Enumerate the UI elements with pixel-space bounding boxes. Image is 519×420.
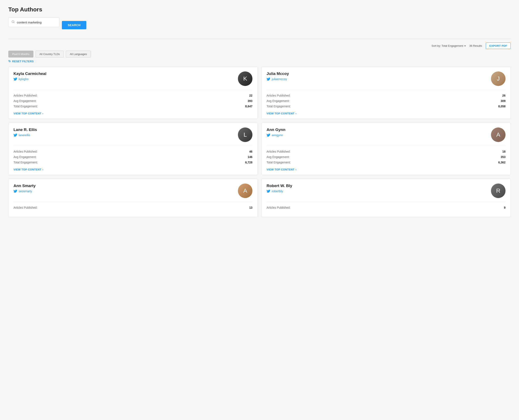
view-top-content-button[interactable]: VIEW TOP CONTENT › xyxy=(14,168,43,171)
filter-time-button[interactable]: Past 6 Months xyxy=(8,51,33,58)
avatar: R xyxy=(491,184,505,198)
stats-section: Articles Published: 26 Avg Engagement: 3… xyxy=(267,90,505,109)
view-top-content-button[interactable]: VIEW TOP CONTENT › xyxy=(267,112,296,115)
twitter-icon xyxy=(14,189,17,193)
total-engagement-value: 6,362 xyxy=(498,161,505,164)
articles-value: 26 xyxy=(502,94,505,97)
filter-language-button[interactable]: All Languages xyxy=(66,51,91,58)
card-header: Kayla Carmicheal kylvghn K xyxy=(14,71,252,86)
avg-engagement-value: 146 xyxy=(248,155,252,159)
card-header: Robert W. Bly robertbly R xyxy=(267,184,505,198)
twitter-row: juliaemccoy xyxy=(267,77,491,81)
twitter-icon xyxy=(267,189,270,193)
author-info: Kayla Carmicheal kylvghn xyxy=(14,71,238,81)
stat-articles: Articles Published: 18 xyxy=(267,149,505,154)
total-engagement-label: Total Engagement: xyxy=(14,161,38,164)
reset-icon: ↻ xyxy=(8,60,11,63)
total-engagement-label: Total Engagement: xyxy=(14,105,38,108)
search-input[interactable] xyxy=(17,21,56,24)
filter-country-button[interactable]: All Country TLDs xyxy=(36,51,64,58)
articles-value: 18 xyxy=(502,150,505,153)
stat-total: Total Engagement: 6,728 xyxy=(14,160,252,165)
articles-value: 13 xyxy=(249,206,252,209)
twitter-row: seosmarty xyxy=(14,189,238,193)
stats-section: Articles Published: 22 Avg Engagement: 3… xyxy=(14,90,252,109)
stats-section: Articles Published: 13 xyxy=(14,202,252,210)
reset-filters-button[interactable]: ↻ RESET FILTERS xyxy=(8,60,511,63)
avatar: A xyxy=(238,184,252,198)
avg-engagement-label: Avg Engagement: xyxy=(14,99,37,103)
avg-engagement-value: 309 xyxy=(501,99,505,103)
stat-avg: Avg Engagement: 393 xyxy=(14,98,252,104)
search-button[interactable]: SEARCH xyxy=(62,21,86,29)
avg-engagement-value: 353 xyxy=(501,155,505,159)
stats-section: Articles Published: 18 Avg Engagement: 3… xyxy=(267,146,505,165)
author-card: Ann Gynn anngynn A Articles Published: 1… xyxy=(261,123,511,175)
author-name: Kayla Carmicheal xyxy=(14,71,238,76)
twitter-row: robertbly xyxy=(267,189,491,193)
twitter-row: lanerellis xyxy=(14,133,238,137)
articles-label: Articles Published: xyxy=(267,206,290,209)
twitter-handle[interactable]: lanerellis xyxy=(19,134,30,137)
author-info: Julia Mccoy juliaemccoy xyxy=(267,71,491,81)
author-info: Robert W. Bly robertbly xyxy=(267,184,491,193)
twitter-handle[interactable]: juliaemccoy xyxy=(272,77,287,81)
stat-articles: Articles Published: 46 xyxy=(14,149,252,154)
sort-export-row: Sort by: Total Engagement ▾ 36 Results E… xyxy=(8,43,511,49)
total-engagement-value: 6,728 xyxy=(245,161,252,164)
sort-label[interactable]: Sort by: Total Engagement ▾ xyxy=(432,44,466,47)
page-title: Top Authors xyxy=(8,6,511,13)
search-icon xyxy=(11,20,15,24)
articles-label: Articles Published: xyxy=(14,150,37,153)
author-card: Robert W. Bly robertbly R Articles Publi… xyxy=(261,179,511,217)
twitter-handle[interactable]: anngynn xyxy=(272,134,283,137)
view-top-content-button[interactable]: VIEW TOP CONTENT › xyxy=(267,168,296,171)
twitter-row: anngynn xyxy=(267,133,491,137)
search-bar xyxy=(8,17,59,27)
twitter-row: kylvghn xyxy=(14,77,238,81)
chevron-right-icon: › xyxy=(295,112,296,115)
stat-avg: Avg Engagement: 353 xyxy=(267,154,505,160)
avatar: K xyxy=(238,71,252,86)
author-name: Ann Smarty xyxy=(14,184,238,188)
author-name: Ann Gynn xyxy=(267,128,491,132)
view-top-content-button[interactable]: VIEW TOP CONTENT › xyxy=(14,112,43,115)
authors-grid: Kayla Carmicheal kylvghn K Articles Publ… xyxy=(8,67,511,217)
card-header: Julia Mccoy juliaemccoy J xyxy=(267,71,505,86)
author-card: Julia Mccoy juliaemccoy J Articles Publi… xyxy=(261,67,511,119)
author-info: Ann Smarty seosmarty xyxy=(14,184,238,193)
author-name: Lane R. Ellis xyxy=(14,128,238,132)
total-engagement-label: Total Engagement: xyxy=(267,161,291,164)
avg-engagement-value: 393 xyxy=(248,99,252,103)
twitter-handle[interactable]: robertbly xyxy=(272,189,283,193)
total-engagement-value: 8,058 xyxy=(498,105,505,108)
export-pdf-button[interactable]: EXPORT PDF xyxy=(486,43,511,49)
stat-total: Total Engagement: 8,058 xyxy=(267,104,505,109)
stat-articles: Articles Published: 9 xyxy=(267,205,505,210)
author-card: Ann Smarty seosmarty A Articles Publishe… xyxy=(8,179,258,217)
stats-section: Articles Published: 9 xyxy=(267,202,505,210)
search-button-wrap: SEARCH xyxy=(62,21,86,29)
author-card: Kayla Carmicheal kylvghn K Articles Publ… xyxy=(8,67,258,119)
chevron-right-icon: › xyxy=(295,168,296,171)
author-name: Julia Mccoy xyxy=(267,71,491,76)
articles-value: 9 xyxy=(504,206,505,209)
author-info: Lane R. Ellis lanerellis xyxy=(14,128,238,137)
author-card: Lane R. Ellis lanerellis L Articles Publ… xyxy=(8,123,258,175)
card-header: Ann Smarty seosmarty A xyxy=(14,184,252,198)
total-engagement-label: Total Engagement: xyxy=(267,105,291,108)
twitter-handle[interactable]: kylvghn xyxy=(19,77,29,81)
stat-total: Total Engagement: 8,647 xyxy=(14,104,252,109)
stats-section: Articles Published: 46 Avg Engagement: 1… xyxy=(14,146,252,165)
twitter-icon xyxy=(267,77,270,81)
stat-articles: Articles Published: 26 xyxy=(267,93,505,98)
card-header: Ann Gynn anngynn A xyxy=(267,128,505,142)
search-row: SEARCH xyxy=(8,17,511,33)
stat-total: Total Engagement: 6,362 xyxy=(267,160,505,165)
articles-label: Articles Published: xyxy=(267,150,290,153)
avatar: J xyxy=(491,71,505,86)
avatar: A xyxy=(491,128,505,142)
twitter-icon xyxy=(14,77,17,81)
chevron-right-icon: › xyxy=(42,168,43,171)
twitter-handle[interactable]: seosmarty xyxy=(19,189,32,193)
